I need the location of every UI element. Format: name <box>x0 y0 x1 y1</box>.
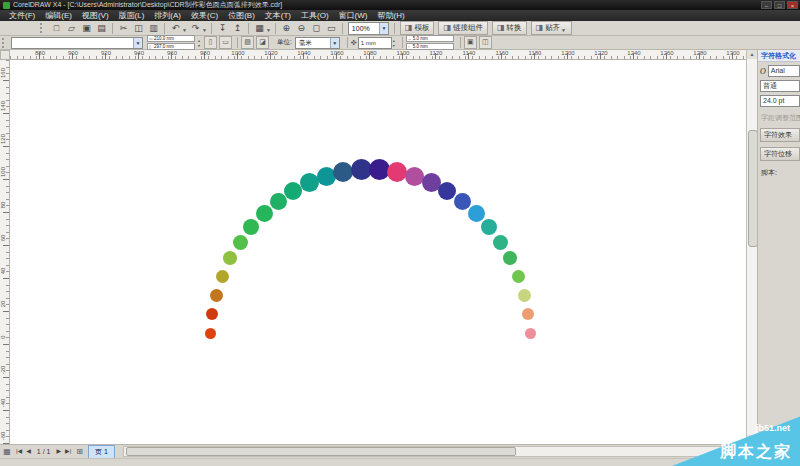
font-name-select[interactable]: Arial <box>768 65 800 77</box>
close-button[interactable]: × <box>787 1 798 9</box>
menu-item-10[interactable]: 帮助(H) <box>372 10 409 21</box>
landscape-button[interactable]: ▭ <box>219 36 232 49</box>
print-icon[interactable]: ▤ <box>95 22 108 34</box>
arc-circle-7[interactable] <box>243 219 259 235</box>
arc-circle-2[interactable] <box>206 308 218 320</box>
arc-circle-13[interactable] <box>333 162 353 182</box>
export-icon[interactable]: ↥ <box>231 22 244 34</box>
chevron-down-icon[interactable]: ▼ <box>330 38 339 48</box>
docker-section-1[interactable]: 字符位移 <box>760 147 800 161</box>
horizontal-scrollbar-thumb[interactable] <box>126 447 516 456</box>
arc-circle-8[interactable] <box>256 205 273 222</box>
chevron-down-icon[interactable]: ▼ <box>182 27 187 33</box>
chevron-down-icon[interactable]: ▼ <box>379 23 388 34</box>
menu-item-2[interactable]: 视图(V) <box>77 10 114 21</box>
arc-circle-11[interactable] <box>300 173 319 192</box>
add-page-icon[interactable]: ⊞ <box>76 447 83 456</box>
arc-circle-3[interactable] <box>210 289 223 302</box>
vertical-ruler[interactable]: 160140120100806040200-20-40-60 <box>0 60 10 444</box>
property-bar-grip[interactable] <box>2 38 7 48</box>
current-page-button[interactable]: ◪ <box>256 36 269 49</box>
ruler-origin-box[interactable] <box>0 50 10 60</box>
menu-item-6[interactable]: 位图(B) <box>223 10 260 21</box>
page-tab-1[interactable]: 页 1 <box>88 445 115 458</box>
menu-item-5[interactable]: 效果(C) <box>186 10 223 21</box>
undo-icon[interactable]: ↶ <box>169 22 182 34</box>
new-document-icon[interactable]: □ <box>50 22 63 34</box>
arc-circle-26[interactable] <box>518 289 531 302</box>
application-launcher-icon[interactable]: ▦ <box>253 22 266 34</box>
minimize-button[interactable]: – <box>761 1 772 9</box>
zoom-in-icon[interactable]: ⊕ <box>280 22 293 34</box>
last-page-button[interactable]: ▶| <box>63 445 73 458</box>
arc-circle-5[interactable] <box>223 251 237 265</box>
nudge-spinner[interactable]: ▴▾ <box>393 38 395 48</box>
object-manager-icon[interactable]: ▦ <box>2 447 12 457</box>
horizontal-ruler[interactable]: 8809009209409609801000102010401060108011… <box>10 50 746 60</box>
arc-circle-22[interactable] <box>481 219 497 235</box>
template-button[interactable]: ◨模板 <box>400 21 435 35</box>
chevron-down-icon[interactable]: ▼ <box>202 27 207 33</box>
options-button[interactable]: ▣ <box>464 36 477 49</box>
drawing-canvas[interactable] <box>10 60 746 444</box>
paper-width-field[interactable]: ▭210.0 mm <box>147 35 195 42</box>
paste-icon[interactable]: ▥ <box>147 22 160 34</box>
all-pages-button[interactable]: ▨ <box>241 36 254 49</box>
previous-page-button[interactable]: ◀ <box>24 445 33 458</box>
open-icon[interactable]: ▱ <box>65 22 78 34</box>
font-style-select[interactable]: 普通 <box>760 80 800 92</box>
paper-height-field[interactable]: ▯297.0 mm <box>147 43 195 50</box>
arc-circle-6[interactable] <box>233 235 248 250</box>
cut-icon[interactable]: ✂ <box>117 22 130 34</box>
toolbar-grip[interactable] <box>40 23 45 33</box>
paper-size-spinner[interactable]: ▴▾ <box>198 38 200 48</box>
arc-circle-21[interactable] <box>468 205 485 222</box>
paper-type-select[interactable]: ▼ <box>11 37 143 49</box>
copy-icon[interactable]: ◫ <box>132 22 145 34</box>
arc-circle-16[interactable] <box>387 162 407 182</box>
units-select[interactable]: 毫米 ▼ <box>295 37 340 49</box>
arc-circle-25[interactable] <box>512 270 525 283</box>
next-page-button[interactable]: ▶ <box>54 445 63 458</box>
duplicate-distance-y-field[interactable]: ↕5.0 mm <box>406 43 454 50</box>
zoom-level-select[interactable]: 100% ▼ <box>348 22 389 35</box>
arc-circle-19[interactable] <box>438 182 456 200</box>
redo-icon[interactable]: ↷ <box>189 22 202 34</box>
arc-circle-24[interactable] <box>503 251 517 265</box>
first-page-button[interactable]: |◀ <box>14 445 24 458</box>
menu-item-1[interactable]: 编辑(E) <box>40 10 77 21</box>
arc-circle-27[interactable] <box>522 308 534 320</box>
convert-button[interactable]: ◨转换 <box>492 21 527 35</box>
duplicate-distance-x-field[interactable]: ↔5.0 mm <box>406 35 454 42</box>
scroll-down-icon[interactable]: ▼ <box>747 435 757 444</box>
portrait-button[interactable]: ▯ <box>204 36 217 49</box>
arc-circle-28[interactable] <box>525 328 536 339</box>
zoom-to-page-icon[interactable]: ◻ <box>310 22 323 34</box>
scroll-up-icon[interactable]: ▲ <box>747 50 757 59</box>
chevron-down-icon[interactable]: ▼ <box>266 27 271 33</box>
vertical-scrollbar[interactable]: ▲ ▼ <box>746 50 757 444</box>
menu-item-0[interactable]: 文件(F) <box>4 10 40 21</box>
arc-circle-23[interactable] <box>493 235 508 250</box>
save-icon[interactable]: ▣ <box>80 22 93 34</box>
nudge-offset-field[interactable]: 1 mm <box>358 37 392 49</box>
snap-to-button[interactable]: ◨贴齐▼ <box>531 21 573 35</box>
arc-circle-9[interactable] <box>270 193 287 210</box>
menu-item-7[interactable]: 文本(T) <box>260 10 296 21</box>
zoom-out-icon[interactable]: ⊖ <box>295 22 308 34</box>
horizontal-scrollbar[interactable] <box>123 446 794 457</box>
import-icon[interactable]: ↧ <box>216 22 229 34</box>
arc-circle-1[interactable] <box>205 328 216 339</box>
menu-item-9[interactable]: 窗口(W) <box>334 10 373 21</box>
arc-circle-17[interactable] <box>405 167 424 186</box>
docker-section-0[interactable]: 字符效果 <box>760 128 800 142</box>
zoom-to-width-icon[interactable]: ▭ <box>325 22 338 34</box>
arc-circle-4[interactable] <box>216 270 229 283</box>
dialog-launcher-button[interactable]: ◫ <box>479 36 492 49</box>
menu-item-3[interactable]: 版面(L) <box>114 10 150 21</box>
menu-item-8[interactable]: 工具(O) <box>296 10 334 21</box>
menu-item-4[interactable]: 排列(A) <box>149 10 186 21</box>
font-size-select[interactable]: 24.0 pt <box>760 95 800 107</box>
chevron-down-icon[interactable]: ▼ <box>133 38 142 48</box>
maximize-button[interactable]: □ <box>774 1 785 9</box>
